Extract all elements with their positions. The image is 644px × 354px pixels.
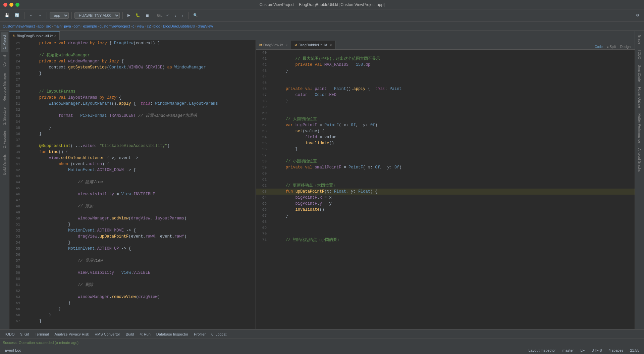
line-number: 50 <box>9 215 23 221</box>
file-tab-close-blogdrag[interactable]: × <box>54 34 56 38</box>
bottom-tab-run[interactable]: 4: Run <box>137 330 153 339</box>
pane-tab-dragbubble-close[interactable]: × <box>330 43 332 47</box>
app-selector[interactable]: app <box>50 12 69 19</box>
breadcrumb-src[interactable]: src <box>46 24 51 28</box>
breadcrumb-view[interactable]: view <box>137 24 144 28</box>
line-number: 48 <box>9 203 23 209</box>
breadcrumb-c[interactable]: c <box>132 24 135 28</box>
bottom-tab-profiler[interactable]: Profiler <box>191 330 209 339</box>
breadcrumb-main[interactable]: main <box>54 24 62 28</box>
git-update-btn[interactable]: ↓ <box>172 13 178 18</box>
code-editor-right[interactable]: 4041 // 最大范围(半径)，超出这个范围大圆不显示42 private v… <box>256 50 635 329</box>
line-content: // layoutParams <box>28 89 256 95</box>
breadcrumb-app[interactable]: app <box>37 24 43 28</box>
minimize-button[interactable] <box>9 3 13 7</box>
breadcrumb-blog[interactable]: blog <box>153 24 160 28</box>
line-content: } <box>275 98 635 104</box>
code-pane-right: kt DragView.kt × kt DragBubbleUtil.kt × … <box>256 40 635 329</box>
bottom-tab-git[interactable]: 9: Git <box>18 330 32 339</box>
left-sidebar: 1: Project Commit Resource Manager 2: St… <box>0 31 9 329</box>
pane-tab-dragview-close[interactable]: × <box>285 43 287 47</box>
sidebar-tab-commit[interactable]: Commit <box>1 52 8 69</box>
pane-action-split[interactable]: ≡ Split <box>605 44 618 49</box>
breadcrumb-c2[interactable]: c2 <box>147 24 151 28</box>
settings-btn[interactable]: ⚙ <box>634 12 641 18</box>
table-row: 57 // 显示View <box>9 258 256 264</box>
line-content: } <box>28 300 256 306</box>
bottom-tab-terminal[interactable]: Terminal <box>32 330 52 339</box>
line-content: view.setOnTouchListener { v, event -> <box>28 155 256 161</box>
status-branch[interactable]: master <box>560 346 576 354</box>
bottom-tab-todo[interactable]: TODO <box>1 330 18 339</box>
run-btn[interactable]: ▶ <box>125 12 132 18</box>
table-row: 21 private val dragView by lazy { DragVi… <box>9 40 256 46</box>
code-editor-left[interactable]: 21 private val dragView by lazy { DragVi… <box>9 40 256 329</box>
file-tab-label-blogdrag: BlogDragBubbleUtil.kt <box>17 34 53 38</box>
table-row: 63 windowManager.removeView(dragView) <box>9 294 256 300</box>
status-indent[interactable]: 4 spaces <box>606 346 625 354</box>
pane-action-code[interactable]: Code <box>593 44 604 49</box>
git-check-btn[interactable]: ✓ <box>164 12 171 18</box>
file-tab-blogdrag[interactable]: kt BlogDragBubbleUtil.kt × <box>9 31 60 40</box>
pane-tab-dragbubble[interactable]: kt DragBubbleUtil.kt × <box>291 41 335 49</box>
right-tab-flutter-perf[interactable]: Flutter Performance <box>636 111 643 146</box>
right-tab-android-graphs[interactable]: Android Graphs <box>636 146 643 174</box>
bottom-tab-hms[interactable]: HMS Convertor <box>92 330 123 339</box>
git-push-btn[interactable]: ↑ <box>180 13 186 18</box>
toolbar-back-btn[interactable]: ← <box>27 13 35 18</box>
right-tab-flutter-outline[interactable]: Flutter Outline <box>636 84 643 111</box>
line-content: WindowManager.LayoutParams().apply { thi… <box>28 101 256 107</box>
status-layout-inspector[interactable]: Layout Inspector <box>526 346 557 354</box>
bottom-tab-build[interactable]: Build <box>123 330 137 339</box>
line-content: bigPointF.y = y <box>275 201 635 207</box>
status-encoding[interactable]: UTF-8 <box>589 346 604 354</box>
line-number: 53 <box>9 234 23 240</box>
breadcrumb-project[interactable]: CustomViewProject <box>3 24 35 28</box>
line-number: 64 <box>9 300 23 306</box>
toolbar-save-btn[interactable]: 💾 <box>3 12 11 18</box>
breadcrumb-com[interactable]: com <box>73 24 80 28</box>
device-selector[interactable]: HUAWEI TNY-AL00 <box>74 12 120 19</box>
line-number: 46 <box>9 191 23 197</box>
breadcrumb-customviewproject[interactable]: customviewproject <box>100 24 130 28</box>
line-content: } <box>275 213 635 219</box>
status-linesep[interactable]: LF <box>578 346 587 354</box>
table-row: 42 MotionEvent.ACTION_DOWN -> { <box>9 167 256 173</box>
window-title: CustomViewProject – BlogDragBubbleUtil.k… <box>259 2 384 7</box>
table-row: 33 format = PixelFormat.TRANSLUCENT // 设… <box>9 113 256 119</box>
table-row: 57 <box>256 152 635 158</box>
sidebar-tab-favorites[interactable]: 2: Favorites <box>1 128 8 151</box>
sidebar-tab-build-variants[interactable]: Build Variants <box>1 152 8 178</box>
pane-action-design[interactable]: Design <box>619 44 632 49</box>
sidebar-tab-project[interactable]: 1: Project <box>1 32 8 52</box>
table-row: 64 bigPointF.x = x <box>256 195 635 201</box>
right-tab-smartcode[interactable]: SmartCode <box>636 62 643 85</box>
sidebar-tab-structure[interactable]: 2: Structure <box>1 105 8 128</box>
stop-btn[interactable]: ⏹ <box>144 13 151 18</box>
breadcrumb-dragview[interactable]: dragView <box>198 24 213 28</box>
pane-tab-dragview[interactable]: kt DragView.kt × <box>256 41 291 49</box>
bottom-tab-privacy[interactable]: Analyze Privacy Risk <box>52 330 92 339</box>
close-button[interactable] <box>3 3 7 7</box>
toolbar-forward-btn[interactable]: → <box>36 13 44 18</box>
sidebar-tab-resource-manager[interactable]: Resource Manager <box>1 70 8 104</box>
table-row: 52 MotionEvent.ACTION_MOVE -> { <box>9 227 256 234</box>
line-content: format = PixelFormat.TRANSLUCENT // 设置wi… <box>28 113 256 119</box>
table-row: 41 when (event.action) { <box>9 161 256 167</box>
bottom-tab-logcat[interactable]: 6: Logcat <box>209 330 229 339</box>
table-row: 61 // 删除 <box>9 282 256 288</box>
breadcrumb-example[interactable]: example <box>83 24 97 28</box>
breadcrumb-java[interactable]: java <box>64 24 71 28</box>
right-tab-todo[interactable]: TODO <box>636 47 643 62</box>
debug-btn[interactable]: 🐛 <box>133 12 142 18</box>
line-content: MotionEvent.ACTION_MOVE -> { <box>28 227 256 234</box>
notification-bar: Success: Operation succeeded (a minute a… <box>0 339 644 346</box>
breadcrumb-blogdrag[interactable]: BlogDragBubbleUtil <box>163 24 195 28</box>
search-btn[interactable]: 🔍 <box>191 12 200 18</box>
bottom-tab-db-inspector[interactable]: Database Inspector <box>154 330 191 339</box>
maximize-button[interactable] <box>15 3 19 7</box>
toolbar-sync-btn[interactable]: 🔄 <box>13 12 21 18</box>
right-tab-grade[interactable]: Grade <box>636 32 643 47</box>
table-row: 53 set(value) { <box>256 128 635 134</box>
status-event-log[interactable]: Event Log <box>3 346 23 354</box>
